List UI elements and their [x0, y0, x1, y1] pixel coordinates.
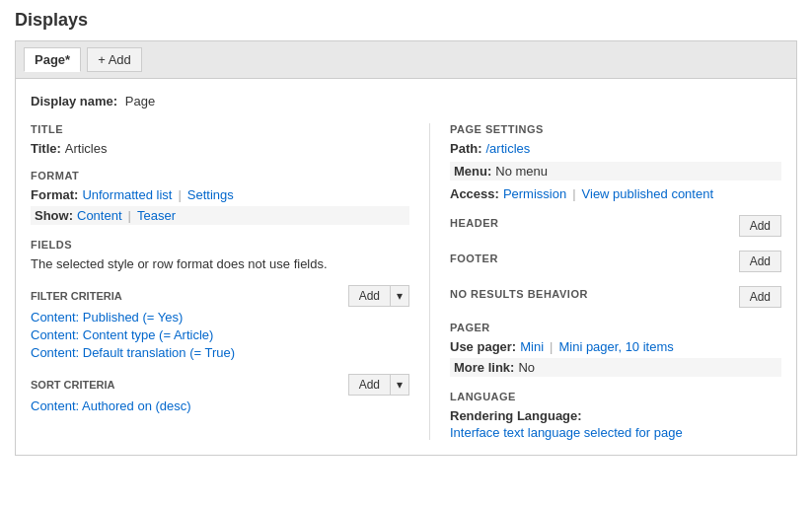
filter-item-2[interactable]: Content: Default translation (= True) — [31, 345, 409, 360]
use-pager-label: Use pager: — [450, 339, 516, 354]
access-label: Access: — [450, 186, 499, 201]
tabs-bar: Page* + Add — [15, 40, 797, 78]
show-field-row: Show: Content | Teaser — [31, 206, 409, 225]
format-separator: | — [178, 187, 181, 202]
filter-add-button[interactable]: Add — [348, 285, 391, 307]
access-separator: | — [572, 186, 575, 201]
right-column: PAGE SETTINGS Path: /articles Menu: No m… — [430, 123, 781, 440]
settings-link[interactable]: Settings — [187, 187, 234, 202]
title-field-row: Title: Articles — [31, 141, 409, 156]
sort-add-dropdown-button[interactable]: ▾ — [391, 374, 409, 396]
sort-item-0[interactable]: Content: Authored on (desc) — [31, 398, 409, 413]
header-section-row: HEADER Add — [450, 215, 781, 237]
use-pager-row: Use pager: Mini | Mini pager, 10 items — [450, 339, 781, 354]
footer-heading: FOOTER — [450, 253, 498, 264]
format-section-heading: FORMAT — [31, 170, 409, 181]
filter-item-1[interactable]: Content: Content type (= Article) — [31, 327, 409, 342]
sort-criteria-heading: SORT CRITERIA — [31, 379, 115, 391]
format-field-row: Format: Unformatted list | Settings — [31, 187, 409, 202]
title-value: Articles — [65, 141, 108, 156]
use-pager-mini-link[interactable]: Mini — [520, 339, 544, 354]
menu-label: Menu: — [454, 164, 491, 179]
filter-criteria-heading: FILTER CRITERIA — [31, 290, 122, 302]
no-results-add-button[interactable]: Add — [739, 286, 781, 308]
add-display-button[interactable]: + Add — [87, 47, 142, 72]
pager-separator: | — [550, 339, 553, 354]
sort-add-group: Add ▾ — [348, 374, 409, 396]
header-add-button[interactable]: Add — [739, 215, 781, 237]
no-results-section-row: NO RESULTS BEHAVIOR Add — [450, 286, 781, 308]
sort-add-button[interactable]: Add — [348, 374, 391, 396]
access-permission-link[interactable]: Permission — [503, 186, 566, 201]
use-pager-10-items-link[interactable]: Mini pager, 10 items — [558, 339, 673, 354]
title-label: Title: — [31, 141, 61, 156]
header-heading: HEADER — [450, 217, 498, 229]
more-link-value: No — [518, 360, 535, 375]
show-content-link[interactable]: Content — [77, 208, 122, 223]
filter-criteria-header: FILTER CRITERIA Add ▾ — [31, 285, 409, 307]
footer-add-button[interactable]: Add — [739, 251, 781, 272]
show-separator: | — [128, 208, 131, 223]
filter-item-0[interactable]: Content: Published (= Yes) — [31, 310, 409, 325]
no-results-heading: NO RESULTS BEHAVIOR — [450, 288, 588, 300]
display-content-box: Display name: Page TITLE Title: Articles… — [15, 78, 797, 456]
menu-row: Menu: No menu — [450, 162, 781, 181]
more-link-row: More link: No — [450, 358, 781, 377]
path-row: Path: /articles — [450, 141, 781, 156]
format-label: Format: — [31, 187, 78, 202]
show-teaser-link[interactable]: Teaser — [137, 208, 176, 223]
menu-value: No menu — [495, 164, 548, 179]
page-title: Displays — [15, 10, 797, 31]
show-label: Show: — [35, 208, 73, 223]
path-label: Path: — [450, 141, 482, 156]
two-column-layout: TITLE Title: Articles FORMAT Format: Unf… — [31, 123, 781, 440]
page-settings-heading: PAGE SETTINGS — [450, 123, 781, 135]
display-name-row: Display name: Page — [31, 94, 781, 108]
filter-add-dropdown-button[interactable]: ▾ — [391, 285, 409, 307]
left-column: TITLE Title: Articles FORMAT Format: Unf… — [31, 123, 430, 440]
format-link[interactable]: Unformatted list — [82, 187, 172, 202]
language-heading: LANGUAGE — [450, 391, 781, 402]
display-name-label: Display name: — [31, 94, 117, 108]
title-section-heading: TITLE — [31, 123, 409, 135]
view-published-content-link[interactable]: View published content — [582, 186, 713, 201]
rendering-language-label: Rendering Language: — [450, 408, 781, 423]
path-value[interactable]: /articles — [486, 141, 531, 156]
sort-criteria-header: SORT CRITERIA Add ▾ — [31, 374, 409, 396]
pager-heading: PAGER — [450, 322, 781, 333]
fields-section-heading: FIELDS — [31, 239, 409, 251]
more-link-label: More link: — [454, 360, 514, 375]
filter-add-group: Add ▾ — [348, 285, 409, 307]
display-name-value: Page — [125, 94, 155, 108]
access-row: Access: Permission | View published cont… — [450, 186, 781, 201]
footer-section-row: FOOTER Add — [450, 251, 781, 272]
fields-note: The selected style or row format does no… — [31, 256, 409, 271]
rendering-language-value[interactable]: Interface text language selected for pag… — [450, 425, 683, 440]
tab-page[interactable]: Page* — [24, 47, 81, 72]
